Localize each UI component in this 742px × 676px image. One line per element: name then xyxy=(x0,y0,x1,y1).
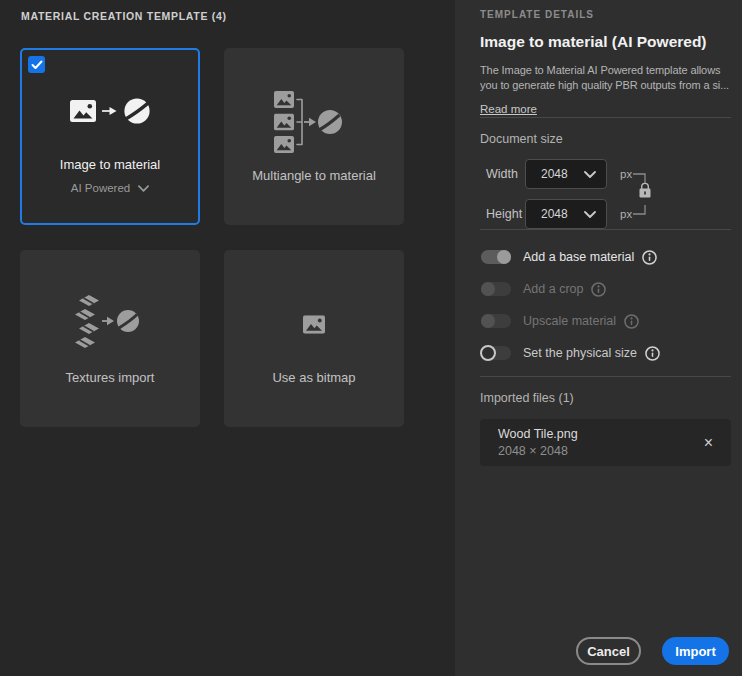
divider xyxy=(480,229,731,230)
material-creation-dialog: MATERIAL CREATION TEMPLATE (4) Image to … xyxy=(0,0,742,676)
dialog-footer: Cancel Import xyxy=(576,637,729,665)
document-size-controls: Width 2048 px Height 2048 px xyxy=(480,159,731,229)
chevron-down-icon xyxy=(584,211,596,218)
cancel-button[interactable]: Cancel xyxy=(576,637,641,665)
toggle-row-set-physical-size: Set the physical size xyxy=(480,344,731,362)
chevron-down-icon xyxy=(138,185,149,192)
template-grid-panel: MATERIAL CREATION TEMPLATE (4) Image to … xyxy=(0,0,455,676)
upscale-material-toggle[interactable] xyxy=(481,314,511,328)
toggle-knob xyxy=(481,282,495,296)
toggle-knob xyxy=(497,250,511,264)
height-dropdown[interactable]: 2048 xyxy=(525,199,607,229)
width-dropdown[interactable]: 2048 xyxy=(525,159,607,189)
toggle-label: Upscale material xyxy=(523,314,616,328)
width-row: Width 2048 px xyxy=(480,159,731,189)
width-label: Width xyxy=(480,167,525,181)
toggle-row-add-crop: Add a crop xyxy=(480,280,731,298)
file-dimensions: 2048 × 2048 xyxy=(498,444,700,458)
template-card-label: Use as bitmap xyxy=(272,370,355,385)
textures-import-icon xyxy=(75,292,145,356)
toggle-label: Add a crop xyxy=(523,282,583,296)
height-label: Height xyxy=(480,207,525,221)
divider xyxy=(480,376,731,377)
document-size-label: Document size xyxy=(480,132,731,146)
read-more-link[interactable]: Read more xyxy=(480,103,537,115)
template-card-image-to-material[interactable]: Image to material AI Powered xyxy=(20,48,200,225)
divider xyxy=(480,117,731,118)
template-card-textures-import[interactable]: Textures import xyxy=(20,250,200,427)
ai-powered-dropdown[interactable]: AI Powered xyxy=(71,182,149,194)
toggle-label: Set the physical size xyxy=(523,346,637,360)
template-details-panel: TEMPLATE DETAILS Image to material (AI P… xyxy=(455,0,742,676)
template-details-heading: TEMPLATE DETAILS xyxy=(480,0,731,20)
ai-powered-label: AI Powered xyxy=(71,182,130,194)
check-icon xyxy=(31,60,43,70)
template-title: Image to material (AI Powered) xyxy=(480,33,731,51)
width-unit: px xyxy=(620,168,632,180)
remove-file-button[interactable]: × xyxy=(700,433,717,453)
template-card-multiangle-to-material[interactable]: Multiangle to material xyxy=(224,48,404,225)
height-value: 2048 xyxy=(541,207,568,221)
add-crop-toggle[interactable] xyxy=(481,282,511,296)
info-icon[interactable] xyxy=(642,250,657,265)
info-icon[interactable] xyxy=(645,346,660,361)
left-panel-title: MATERIAL CREATION TEMPLATE (4) xyxy=(0,0,455,22)
template-description: The Image to Material AI Powered templat… xyxy=(480,63,731,93)
template-card-use-as-bitmap[interactable]: Use as bitmap xyxy=(224,250,404,427)
file-meta: Wood Tile.png 2048 × 2048 xyxy=(498,427,700,458)
imported-file-item: Wood Tile.png 2048 × 2048 × xyxy=(480,419,731,466)
template-cards: Image to material AI Powered xyxy=(20,48,404,427)
toggle-knob xyxy=(481,314,495,328)
bitmap-icon xyxy=(303,292,325,356)
template-card-label: Multiangle to material xyxy=(252,168,376,183)
toggle-row-upscale-material: Upscale material xyxy=(480,312,731,330)
width-value: 2048 xyxy=(541,167,568,181)
toggle-knob xyxy=(480,345,496,361)
chevron-down-icon xyxy=(584,171,596,178)
lock-dimensions-icon[interactable] xyxy=(633,159,657,229)
image-to-material-icon xyxy=(70,79,151,143)
multiangle-to-material-icon xyxy=(274,90,354,154)
info-icon[interactable] xyxy=(591,282,606,297)
info-icon[interactable] xyxy=(624,314,639,329)
import-button[interactable]: Import xyxy=(662,637,729,665)
selected-checkbox[interactable] xyxy=(28,56,45,73)
imported-files-label: Imported files (1) xyxy=(480,391,731,405)
template-card-label: Image to material xyxy=(60,157,160,172)
toggle-row-add-base-material: Add a base material xyxy=(480,248,731,266)
template-card-label: Textures import xyxy=(66,370,155,385)
set-physical-size-toggle[interactable] xyxy=(481,346,511,360)
options-toggles: Add a base material Add a crop Upscale m… xyxy=(480,248,731,362)
add-base-material-toggle[interactable] xyxy=(481,250,511,264)
height-unit: px xyxy=(620,208,632,220)
file-name: Wood Tile.png xyxy=(498,427,700,441)
height-row: Height 2048 px xyxy=(480,199,731,229)
toggle-label: Add a base material xyxy=(523,250,634,264)
